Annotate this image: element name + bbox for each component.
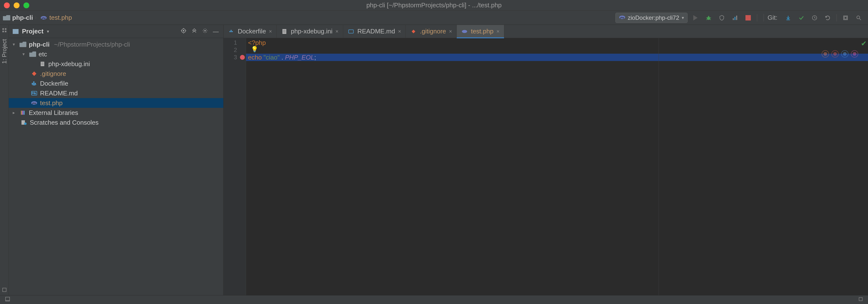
favorites-tool-icon[interactable] [1, 287, 7, 293]
tree-file-testphp[interactable]: php test.php [9, 98, 223, 108]
left-tool-stripe: 1: Project [0, 25, 9, 295]
ide-errors-button[interactable] [841, 13, 850, 22]
tab-label: .gitignore [420, 28, 446, 35]
tree-file-dockerfile[interactable]: Dockerfile [9, 78, 223, 88]
svg-point-17 [857, 16, 860, 19]
run-config-label: zioDocker:php-cli72 [628, 14, 679, 21]
project-view-icon [13, 29, 19, 34]
project-panel-title: Project [22, 28, 43, 35]
scratches-icon [21, 119, 27, 126]
debug-button[interactable] [704, 13, 713, 22]
svg-text:php: php [620, 16, 624, 19]
status-left-icon[interactable] [5, 297, 10, 303]
docker-file-icon [31, 80, 38, 87]
close-tab-icon[interactable]: × [398, 28, 401, 35]
svg-rect-20 [5, 28, 6, 30]
tab-xdebug-ini[interactable]: php-xdebug.ini × [277, 25, 343, 38]
breadcrumb-file[interactable]: php test.php [40, 14, 72, 22]
project-tool-tab[interactable]: 1: Project [1, 37, 8, 66]
tab-readme[interactable]: README.md × [343, 25, 406, 38]
close-tab-icon[interactable]: × [449, 28, 452, 35]
tree-file-xdebug-ini[interactable]: php-xdebug.ini [9, 59, 223, 69]
svg-rect-10 [733, 18, 734, 20]
close-tab-icon[interactable]: × [335, 28, 339, 35]
avatar[interactable] [822, 50, 829, 58]
svg-point-31 [204, 30, 206, 31]
expand-arrow-icon[interactable]: ▸ [13, 110, 17, 115]
separator [757, 14, 757, 22]
close-tab-icon[interactable]: × [269, 28, 272, 35]
tree-file-readme[interactable]: README.md [9, 88, 223, 98]
svg-rect-56 [348, 30, 353, 33]
run-with-coverage-button[interactable] [717, 13, 726, 22]
profile-button[interactable] [731, 13, 739, 22]
intention-bulb-icon[interactable]: 💡 [251, 46, 258, 53]
minimize-window-icon[interactable] [14, 2, 20, 8]
svg-text:php: php [32, 102, 36, 104]
svg-line-18 [860, 19, 861, 20]
run-button[interactable] [691, 13, 700, 22]
tab-gitignore[interactable]: .gitignore × [406, 25, 457, 38]
maximize-window-icon[interactable] [24, 2, 29, 8]
run-configuration-dropdown[interactable]: php zioDocker:php-cli72 ▾ [615, 13, 688, 23]
status-right-icon[interactable] [858, 297, 863, 303]
svg-rect-37 [33, 83, 34, 84]
stop-button[interactable] [744, 13, 752, 22]
tree-project-root[interactable]: ▾ php-cli ~/PhpstormProjects/php-cli [9, 39, 223, 49]
code-token: PHP_EOL [285, 54, 314, 61]
chevron-down-icon: ▾ [682, 15, 684, 21]
svg-rect-48 [229, 31, 230, 32]
inspection-ok-icon[interactable]: ✔ [861, 39, 867, 47]
minimize-panel-button[interactable]: — [212, 28, 219, 35]
structure-tool-icon[interactable] [1, 27, 7, 33]
git-commit-button[interactable] [797, 13, 806, 22]
code-area[interactable]: 1 2 3 <?php echo "ciao" . PHP_EOL; 💡 [224, 38, 868, 295]
tree-item-label: README.md [40, 90, 78, 97]
avatar[interactable] [841, 50, 848, 58]
svg-point-57 [462, 30, 467, 33]
svg-line-9 [710, 19, 711, 20]
line-number[interactable]: 2 [224, 46, 246, 54]
svg-rect-38 [33, 81, 34, 83]
tree-scratches[interactable]: Scratches and Consoles [9, 117, 223, 127]
folder-icon [3, 15, 10, 21]
tree-root-name: php-cli [29, 41, 50, 48]
library-icon [20, 109, 26, 116]
git-file-icon [31, 70, 38, 77]
tree-file-gitignore[interactable]: .gitignore [9, 69, 223, 78]
expand-arrow-icon[interactable]: ▾ [13, 42, 17, 47]
tree-item-label: Dockerfile [40, 80, 68, 87]
close-tab-icon[interactable]: × [496, 28, 500, 35]
tab-testphp[interactable]: test.php × [457, 25, 504, 38]
line-number-gutter: 1 2 3 [224, 38, 246, 295]
tree-folder-etc[interactable]: ▾ etc [9, 49, 223, 59]
git-history-button[interactable] [810, 13, 819, 22]
collapse-all-button[interactable] [191, 28, 198, 35]
line-number[interactable]: 1 [224, 39, 246, 46]
svg-rect-51 [232, 31, 233, 32]
breadcrumb-root[interactable]: php-cli [3, 14, 33, 22]
git-pull-button[interactable] [784, 13, 793, 22]
svg-point-4 [707, 16, 710, 20]
avatar[interactable] [831, 50, 839, 58]
php-file-icon: php [31, 100, 38, 106]
project-panel-header: Project ▾ — [9, 25, 223, 38]
close-window-icon[interactable] [4, 2, 10, 8]
breadcrumb-file-label: test.php [49, 14, 72, 22]
git-revert-button[interactable] [823, 13, 832, 22]
search-everywhere-button[interactable] [854, 13, 863, 22]
code-content[interactable]: <?php echo "ciao" . PHP_EOL; 💡 [246, 38, 868, 295]
breadcrumb-separator-icon: 〉 [35, 15, 38, 20]
chevron-down-icon[interactable]: ▾ [47, 29, 49, 34]
tree-external-libraries[interactable]: ▸ External Libraries [9, 108, 223, 117]
expand-arrow-icon[interactable]: ▾ [23, 52, 27, 57]
settings-button[interactable] [202, 28, 209, 35]
line-number-breakpoint[interactable]: 3 [224, 54, 246, 61]
svg-text:php: php [42, 17, 46, 19]
tree-item-label: External Libraries [29, 109, 78, 116]
svg-line-8 [706, 19, 707, 20]
folder-icon [29, 52, 36, 57]
tab-dockerfile[interactable]: Dockerfile × [224, 25, 277, 38]
locate-file-button[interactable] [180, 28, 187, 35]
avatar[interactable] [851, 50, 858, 58]
